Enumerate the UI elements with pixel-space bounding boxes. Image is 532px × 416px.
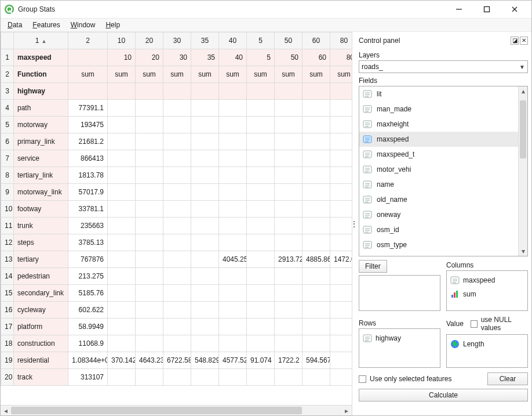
row-index[interactable]: 13 xyxy=(1,251,14,268)
row-label: pedestrian xyxy=(14,268,68,285)
col-header-6[interactable]: 35 xyxy=(191,32,219,49)
control-panel: Control panel ◪ ✕ Layers roads_ ▼ Fields… xyxy=(355,32,531,415)
cell xyxy=(303,184,330,201)
use-null-checkbox[interactable] xyxy=(471,320,478,328)
scroll-up-icon[interactable]: ▴ xyxy=(519,86,527,96)
col-header-11[interactable]: 80 xyxy=(330,32,352,49)
app-icon xyxy=(4,4,14,15)
menu-help[interactable]: Help xyxy=(101,19,125,31)
field-item-motor_vehi[interactable]: motor_vehi xyxy=(359,162,518,177)
menu-window[interactable]: Window xyxy=(66,19,100,31)
cell xyxy=(330,167,352,184)
col-header-8[interactable]: 5 xyxy=(247,32,275,49)
col-header-2[interactable]: 2 xyxy=(68,32,108,49)
layers-dropdown[interactable]: roads_ ▼ xyxy=(359,60,528,73)
row-index[interactable]: 14 xyxy=(1,268,14,285)
row-index[interactable]: 19 xyxy=(1,352,14,369)
fields-list[interactable]: litman_mademaxheightmaxspeedmaxspeed_tmo… xyxy=(359,86,518,256)
bar-chart-icon xyxy=(450,290,460,299)
row-index[interactable]: 16 xyxy=(1,302,14,319)
row-index[interactable]: 17 xyxy=(1,319,14,335)
col-header-1[interactable]: 1▲ xyxy=(14,32,68,49)
row-index[interactable]: 2 xyxy=(1,66,14,83)
cell xyxy=(330,369,352,386)
use-only-selected-checkbox[interactable] xyxy=(359,375,366,383)
fields-vertical-scrollbar[interactable]: ▴ ▾ xyxy=(518,86,527,256)
row-index[interactable]: 5 xyxy=(1,117,14,133)
row-index[interactable]: 3 xyxy=(1,83,14,100)
field-item-maxspeed[interactable]: maxspeed xyxy=(359,132,518,147)
col-header-9[interactable]: 50 xyxy=(275,32,303,49)
cell: 2913.72 xyxy=(275,251,303,268)
cell xyxy=(330,133,352,150)
panel-close-button[interactable]: ✕ xyxy=(520,37,528,45)
row-index[interactable]: 4 xyxy=(1,100,14,117)
cell: 213.275 xyxy=(68,268,108,285)
row-index[interactable]: 9 xyxy=(1,184,14,201)
row-index[interactable]: 6 xyxy=(1,133,14,150)
cell xyxy=(108,201,136,218)
field-item-lit[interactable]: lit xyxy=(359,86,518,102)
corner-cell[interactable] xyxy=(1,32,14,49)
cell xyxy=(303,117,330,133)
field-item-label: maxspeed_t xyxy=(377,150,414,158)
field-item-oneway[interactable]: oneway xyxy=(359,207,518,222)
row-index[interactable]: 1 xyxy=(1,49,14,66)
cell xyxy=(275,150,303,167)
row-index[interactable]: 18 xyxy=(1,335,14,352)
row-index[interactable]: 12 xyxy=(1,234,14,251)
menu-features[interactable]: Features xyxy=(28,19,64,31)
columns-dropbox[interactable]: maxspeed sum xyxy=(446,270,528,311)
menu-data[interactable]: Data xyxy=(3,19,27,31)
maximize-button[interactable] xyxy=(473,1,500,17)
vscroll-thumb[interactable] xyxy=(520,100,526,158)
field-item-osm_id[interactable]: osm_id xyxy=(359,222,518,237)
filter-dropbox[interactable] xyxy=(359,275,440,311)
cell xyxy=(191,150,219,167)
rows-dropbox[interactable]: highway xyxy=(359,328,440,368)
grid-row-2: 2Functionsumsumsumsumsumsumsumsumsumsum xyxy=(1,66,352,83)
rows-item-highway[interactable]: highway xyxy=(362,331,438,345)
cell xyxy=(275,201,303,218)
close-button[interactable] xyxy=(501,1,528,17)
row-index[interactable]: 7 xyxy=(1,150,14,167)
columns-item-maxspeed[interactable]: maxspeed xyxy=(449,273,525,287)
horizontal-scrollbar[interactable]: ◂ ▸ xyxy=(1,405,352,415)
row-index[interactable]: 11 xyxy=(1,218,14,234)
scroll-left-icon[interactable]: ◂ xyxy=(1,406,11,415)
row-index[interactable]: 20 xyxy=(1,369,14,386)
cell xyxy=(191,218,219,234)
row-index[interactable]: 15 xyxy=(1,285,14,302)
value-item-length[interactable]: Length xyxy=(449,337,525,351)
scroll-right-icon[interactable]: ▸ xyxy=(341,406,352,415)
value-dropbox[interactable]: Length xyxy=(446,334,528,368)
scroll-down-icon[interactable]: ▾ xyxy=(519,247,527,256)
field-item-man_made[interactable]: man_made xyxy=(359,102,518,117)
col-header-5[interactable]: 30 xyxy=(163,32,191,49)
row-index[interactable]: 8 xyxy=(1,167,14,184)
col-header-3[interactable]: 10 xyxy=(108,32,136,49)
clear-button[interactable]: Clear xyxy=(487,372,528,385)
columns-item-sum[interactable]: sum xyxy=(449,287,525,301)
cell xyxy=(247,335,275,352)
minimize-button[interactable] xyxy=(446,1,472,17)
field-item-osm_type[interactable]: osm_type xyxy=(359,237,518,252)
col-header-10[interactable]: 60 xyxy=(303,32,330,49)
col-header-4[interactable]: 20 xyxy=(136,32,163,49)
hscroll-thumb[interactable] xyxy=(11,407,302,414)
results-grid-wrap[interactable]: 1▲ 2 10 20 30 35 40 5 50 60 80 xyxy=(1,32,352,405)
field-item-name[interactable]: name xyxy=(359,177,518,192)
field-item-maxheight[interactable]: maxheight xyxy=(359,117,518,132)
cell xyxy=(275,184,303,201)
cell: 1.08344e+07 xyxy=(68,352,108,369)
filter-button[interactable]: Filter xyxy=(359,260,387,273)
table-row: 13tertiary7678764045.252913.724885.86147… xyxy=(1,251,352,268)
field-item-label: oneway xyxy=(377,211,400,219)
cell xyxy=(108,184,136,201)
calculate-button[interactable]: Calculate xyxy=(359,389,528,401)
panel-undock-button[interactable]: ◪ xyxy=(511,37,519,45)
col-header-7[interactable]: 40 xyxy=(219,32,247,49)
field-item-old_name[interactable]: old_name xyxy=(359,192,518,207)
field-item-maxspeed_t[interactable]: maxspeed_t xyxy=(359,147,518,162)
row-index[interactable]: 10 xyxy=(1,201,14,218)
